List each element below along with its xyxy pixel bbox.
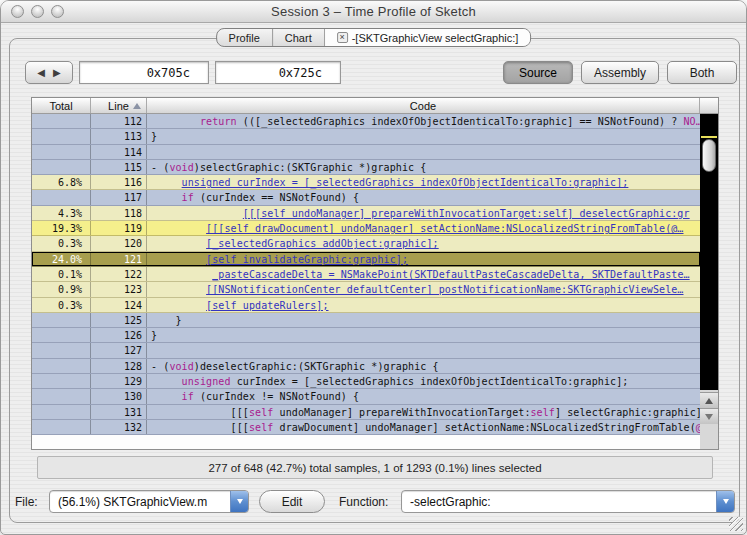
file-label: File: [15,495,38,509]
table-empty-area [32,435,718,450]
scroll-up-button[interactable] [700,392,718,408]
total-percent [32,313,91,327]
line-number: 121 [91,252,147,266]
title-bar: Session 3 – Time Profile of Sketch [1,1,746,23]
code-text [147,343,700,357]
tab-chart[interactable]: Chart [273,29,325,46]
tab-label: Chart [285,32,312,44]
total-percent: 0.1% [32,267,91,281]
code-row-126[interactable]: 126} [32,328,700,343]
code-text: [[[self undoManager] prepareWithInvocati… [147,206,700,220]
code-text: [_selectedGraphics addObject:graphic]; [147,236,700,250]
total-percent: 19.3% [32,221,91,235]
code-row-123[interactable]: 0.9%123 [[NSNotificationCenter defaultCe… [32,282,700,297]
code-row-129[interactable]: 129 unsigned curIndex = [_selectedGraphi… [32,374,700,389]
code-row-128[interactable]: 128- (void)deselectGraphic:(SKTGraphic *… [32,359,700,374]
code-row-130[interactable]: 130 if (curIndex != NSNotFound) { [32,389,700,404]
tab-close-icon[interactable]: × [337,32,348,43]
function-popup-arrow-icon [716,491,734,512]
code-text: if (curIndex != NSNotFound) { [147,389,700,403]
code-text: _pasteCascadeDelta = NSMakePoint(SKTDefa… [147,267,700,281]
line-number: 118 [91,206,147,220]
line-number: 116 [91,175,147,189]
column-header-scrollbar-stub [700,98,718,113]
tab-sktgraphicview-selectgraphic[interactable]: ×-[SKTGraphicView selectGraphic:] [325,29,531,46]
code-text: - (void)selectGraphic:(SKTGraphic *)grap… [147,160,700,174]
code-row-127[interactable]: 127 [32,343,700,358]
function-popup[interactable]: -selectGraphic: [401,490,735,513]
code-text: } [147,129,700,143]
column-header-line[interactable]: Line [91,98,147,113]
close-window-icon[interactable] [11,5,24,18]
code-row-124[interactable]: 0.3%124 [self updateRulers]; [32,298,700,313]
resize-grip[interactable] [729,517,743,531]
vertical-scrollbar[interactable] [700,114,718,449]
code-text: [[[self drawDocument] undoManager] setAc… [147,221,700,235]
code-row-116[interactable]: 6.8%116 unsigned curIndex = [_selectedGr… [32,175,700,190]
column-header-total[interactable]: Total [32,98,91,113]
function-popup-value: -selectGraphic: [402,495,716,509]
address-start-field[interactable] [79,61,209,84]
code-text: [[[self drawDocument] undoManager] setAc… [147,420,700,434]
code-row-113[interactable]: 113} [32,129,700,144]
line-number: 113 [91,129,147,143]
code-row-131[interactable]: 131 [[[self undoManager] prepareWithInvo… [32,405,700,420]
total-percent [32,160,91,174]
tab-bar: ProfileChart×-[SKTGraphicView selectGrap… [216,28,532,47]
status-bar: 277 of 648 (42.7%) total samples, 1 of 1… [37,456,713,479]
file-popup[interactable]: (56.1%) SKTGraphicView.m [49,490,249,513]
code-row-119[interactable]: 19.3%119 [[[self drawDocument] undoManag… [32,221,700,236]
code-row-120[interactable]: 0.3%120 [_selectedGraphics addObject:gra… [32,236,700,251]
scrollbar-thumb[interactable] [702,139,716,172]
code-row-115[interactable]: 115- (void)selectGraphic:(SKTGraphic *)g… [32,160,700,175]
address-end-field[interactable] [215,61,341,84]
total-percent: 0.3% [32,298,91,312]
source-button[interactable]: Source [503,61,573,84]
tab-label: Profile [229,32,260,44]
total-percent: 24.0% [32,252,91,266]
line-number: 128 [91,359,147,373]
line-number: 123 [91,282,147,296]
total-percent: 6.8% [32,175,91,189]
view-mode-buttons: SourceAssemblyBoth [503,61,737,84]
line-number: 120 [91,236,147,250]
code-row-132[interactable]: 132 [[[self drawDocument] undoManager] s… [32,420,700,435]
code-row-122[interactable]: 0.1%122 _pasteCascadeDelta = NSMakePoint… [32,267,700,282]
code-text: unsigned curIndex = [_selectedGraphics i… [147,374,700,388]
scroll-down-button[interactable] [700,408,718,424]
line-number: 131 [91,405,147,419]
code-row-118[interactable]: 4.3%118 [[[self undoManager] prepareWith… [32,206,700,221]
both-button[interactable]: Both [667,61,737,84]
back-icon[interactable]: ◀ [37,68,45,78]
line-number: 132 [91,420,147,434]
app-window: Session 3 – Time Profile of Sketch Profi… [0,0,747,535]
tab-profile[interactable]: Profile [217,29,273,46]
line-number: 127 [91,343,147,357]
line-number: 114 [91,145,147,159]
edit-button[interactable]: Edit [259,490,325,513]
scrollbar-track[interactable] [700,114,718,390]
zoom-window-icon[interactable] [51,5,64,18]
tab-label: -[SKTGraphicView selectGraphic:] [352,32,519,44]
total-percent [32,389,91,403]
code-text [147,145,700,159]
code-row-117[interactable]: 117 if (curIndex == NSNotFound) { [32,190,700,205]
file-popup-value: (56.1%) SKTGraphicView.m [50,495,230,509]
line-number: 119 [91,221,147,235]
minimize-window-icon[interactable] [31,5,44,18]
line-number: 117 [91,190,147,204]
code-text: } [147,313,700,327]
history-nav-buttons: ◀ ▶ [25,61,73,84]
code-text: unsigned curIndex = [_selectedGraphics i… [147,175,700,189]
code-row-121[interactable]: 24.0%121 [self invalidateGraphic:graphic… [32,252,700,267]
window-controls [11,5,64,18]
column-header-code[interactable]: Code [147,98,700,113]
forward-icon[interactable]: ▶ [53,68,61,78]
code-row-125[interactable]: 125 } [32,313,700,328]
code-row-114[interactable]: 114 [32,145,700,160]
table-header: Total Line Code [32,98,718,114]
total-percent [32,405,91,419]
assembly-button[interactable]: Assembly [581,61,659,84]
total-percent: 0.3% [32,236,91,250]
code-row-112[interactable]: 112 return (([_selectedGraphics indexOfO… [32,114,700,129]
